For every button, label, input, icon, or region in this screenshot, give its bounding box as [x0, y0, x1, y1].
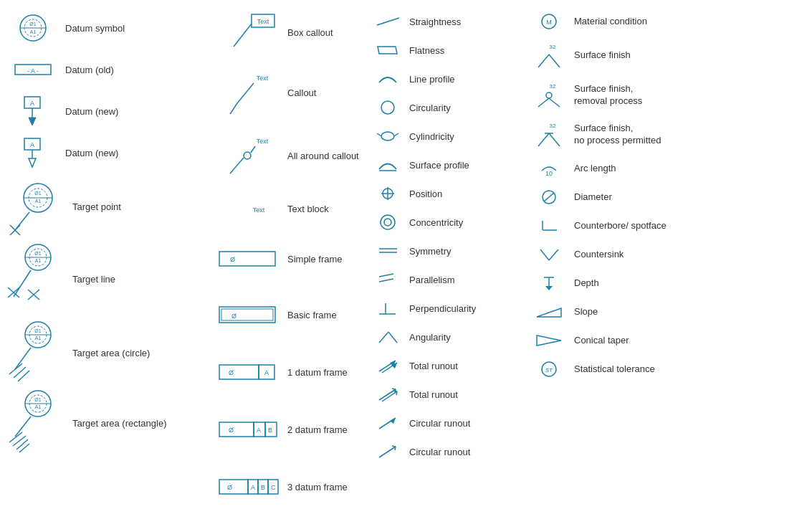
svg-point-127: [546, 92, 552, 98]
svg-text:Ø: Ø: [230, 256, 235, 263]
datum-symbol-row: Ø1 A1 Datum symbol: [4, 7, 211, 49]
svg-point-59: [244, 152, 251, 159]
two-datum-frame-icon: Ø A B: [216, 419, 280, 439]
svg-line-124: [538, 54, 549, 67]
svg-text:A1: A1: [35, 258, 42, 263]
svg-line-57: [230, 103, 237, 114]
svg-text:Text: Text: [253, 206, 265, 214]
svg-text:A: A: [251, 484, 255, 491]
surface-profile-row: Surface profile: [369, 151, 527, 179]
all-around-callout-icon: Text: [216, 130, 280, 181]
cylindricity-icon: [373, 128, 402, 145]
conical-taper-icon: [531, 333, 567, 348]
svg-marker-144: [537, 308, 561, 317]
position-row: Position: [369, 179, 527, 208]
slope-icon: [531, 304, 567, 320]
datum-new1-icon: A: [8, 93, 58, 129]
callout-label: Callout: [287, 87, 365, 98]
surface-finish-row: 32 Surface finish: [527, 36, 681, 75]
svg-text:Text: Text: [257, 138, 269, 145]
callout-row: Text Callout: [211, 65, 369, 120]
svg-text:B: B: [261, 484, 265, 491]
circular-runout-row: Circular runout: [369, 409, 527, 437]
svg-line-132: [538, 133, 549, 146]
svg-text:Ø: Ø: [227, 484, 232, 491]
text-block-icon: Text: [216, 194, 280, 223]
total-runout-row: Total runout: [369, 351, 527, 380]
svg-line-104: [379, 332, 388, 343]
svg-line-139: [540, 249, 549, 260]
basic-frame-label: Basic frame: [287, 310, 365, 320]
circular-runout2-label: Circular runout: [409, 447, 522, 457]
svg-text:Ø1: Ø1: [29, 22, 36, 27]
svg-text:B: B: [268, 427, 272, 434]
one-datum-frame-row: Ø A 1 datum frame: [211, 347, 369, 397]
statistical-tolerance-row: ST Statistical tolerance: [527, 355, 681, 384]
datum-new1-label: Datum (new): [65, 106, 207, 117]
diameter-icon: [531, 189, 567, 206]
target-line-label: Target line: [72, 274, 207, 285]
target-point-label: Target point: [72, 201, 207, 212]
material-condition-row: M Material condition: [527, 7, 681, 36]
angularity-label: Angularity: [409, 332, 522, 343]
parallelism-label: Parallelism: [409, 275, 522, 285]
concentricity-label: Concentricity: [409, 217, 522, 228]
one-datum-frame-icon: Ø A: [216, 362, 280, 382]
surface-finish-icon: 32: [531, 40, 567, 72]
svg-line-86: [377, 18, 399, 25]
svg-text:32: 32: [550, 83, 556, 90]
svg-marker-10: [29, 118, 36, 125]
two-datum-frame-label: 2 datum frame: [287, 424, 365, 435]
svg-line-136: [544, 193, 554, 201]
three-datum-frame-label: 3 datum frame: [287, 482, 365, 492]
line-profile-icon: [373, 71, 402, 87]
datum-old-row: - A - Datum (old): [4, 49, 211, 90]
target-point-row: Ø1 A1 Target point: [4, 173, 211, 240]
counterbore-label: Counterbore/ spotface: [574, 220, 677, 232]
surface-finish-removal-row: 32 Surface finish,removal process: [527, 75, 681, 115]
svg-line-54: [234, 24, 252, 47]
target-line-icon: Ø1 A1: [8, 243, 65, 315]
all-around-callout-label: All around callout: [287, 151, 365, 161]
datum-new2-icon: A: [8, 135, 58, 171]
svg-line-128: [538, 98, 549, 107]
callout-icon: Text: [216, 67, 280, 118]
diameter-label: Diameter: [574, 191, 677, 204]
circular-runout2-row: Circular runout: [369, 437, 527, 466]
total-runout-icon: [373, 357, 402, 374]
datum-old-label: Datum (old): [65, 65, 207, 75]
concentricity-row: Concentricity: [369, 208, 527, 237]
svg-text:Text: Text: [257, 18, 269, 25]
total-runout2-label: Total runout: [409, 389, 522, 400]
svg-point-89: [381, 132, 394, 141]
svg-text:Ø: Ø: [231, 313, 237, 320]
svg-line-133: [549, 133, 560, 146]
svg-line-56: [237, 83, 254, 103]
svg-text:- A -: - A -: [27, 67, 39, 75]
depth-label: Depth: [574, 277, 677, 290]
counterbore-icon: [531, 217, 567, 234]
total-runout-label: Total runout: [409, 361, 522, 371]
countersink-row: Countersink: [527, 240, 681, 269]
countersink-icon: [531, 246, 567, 263]
svg-text:C: C: [271, 484, 276, 491]
line-profile-label: Line profile: [409, 74, 522, 85]
statistical-tolerance-label: Statistical tolerance: [574, 363, 677, 376]
surface-finish-noproc-row: 32 Surface finish,no process permitted: [527, 115, 681, 154]
svg-line-47: [15, 417, 31, 437]
flatness-label: Flatness: [409, 45, 522, 56]
circular-runout-label: Circular runout: [409, 418, 522, 429]
cylindricity-label: Cylindricity: [409, 131, 522, 142]
arc-length-icon: 10: [531, 160, 567, 177]
datum-new2-label: Datum (new): [65, 148, 207, 158]
svg-text:32: 32: [550, 123, 556, 129]
svg-rect-72: [219, 422, 254, 437]
simple-frame-icon: Ø: [216, 249, 280, 269]
target-point-icon: Ø1 A1: [8, 176, 65, 237]
flatness-icon: [373, 42, 402, 58]
depth-icon: [531, 275, 567, 292]
svg-line-91: [394, 133, 398, 136]
countersink-label: Countersink: [574, 249, 677, 261]
svg-text:A: A: [30, 100, 34, 107]
svg-marker-14: [29, 158, 36, 167]
